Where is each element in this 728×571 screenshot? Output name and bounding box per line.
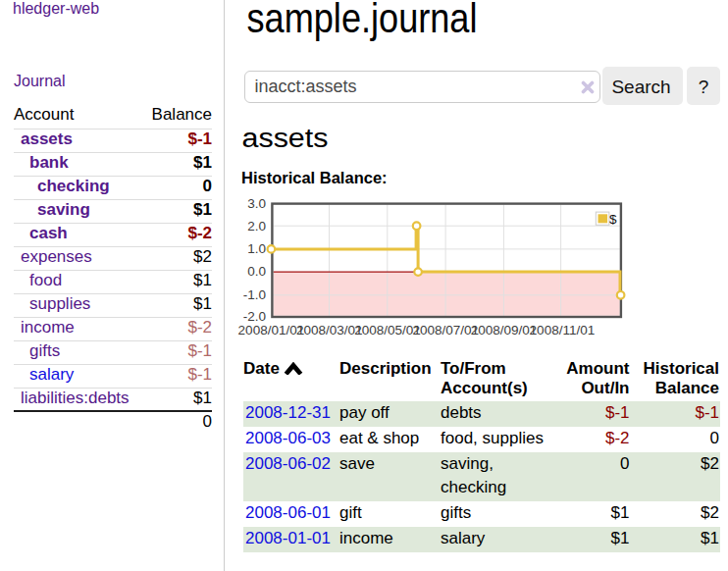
svg-text:assets: assets [241,124,328,153]
svg-text:2008/07/01: 2008/07/01 [413,323,480,337]
svg-text:2008/03/01: 2008/03/01 [296,323,363,337]
svg-text:3.0: 3.0 [247,196,266,211]
svg-text:-1.0: -1.0 [243,287,266,302]
svg-text:2008/11/01: 2008/11/01 [530,323,596,337]
svg-text:0.0: 0.0 [247,264,266,279]
svg-text:2008/09/01: 2008/09/01 [471,323,538,337]
svg-text:2008/01/01: 2008/01/01 [238,323,305,337]
svg-text:$: $ [609,212,617,227]
svg-text:1.0: 1.0 [247,241,266,256]
svg-text:sample.journal: sample.journal [247,0,478,41]
svg-text:2008/05/01: 2008/05/01 [354,323,421,337]
svg-text:2.0: 2.0 [247,219,266,234]
